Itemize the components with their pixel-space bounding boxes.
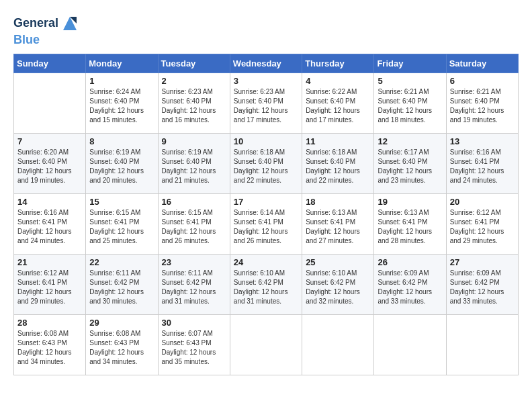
day-number: 15 [89, 197, 154, 207]
day-number: 9 [162, 136, 226, 146]
day-number: 3 [234, 76, 298, 86]
day-number: 20 [450, 197, 515, 207]
weekday-header: Wednesday [230, 54, 302, 73]
calendar-cell [302, 314, 374, 375]
day-number: 5 [378, 76, 442, 86]
calendar-cell: 15Sunrise: 6:15 AMSunset: 6:41 PMDayligh… [86, 193, 158, 254]
weekday-header: Tuesday [158, 54, 230, 73]
weekday-row: SundayMondayTuesdayWednesdayThursdayFrid… [14, 54, 519, 73]
calendar-week-row: 28Sunrise: 6:08 AMSunset: 6:43 PMDayligh… [14, 314, 519, 375]
day-number: 28 [17, 318, 82, 328]
calendar-week-row: 1Sunrise: 6:24 AMSunset: 6:40 PMDaylight… [14, 73, 519, 133]
calendar-cell: 20Sunrise: 6:12 AMSunset: 6:41 PMDayligh… [446, 193, 518, 254]
day-info: Sunrise: 6:23 AMSunset: 6:40 PMDaylight:… [162, 87, 226, 125]
day-number: 27 [450, 257, 515, 267]
day-number: 25 [306, 257, 370, 267]
calendar-cell: 26Sunrise: 6:09 AMSunset: 6:42 PMDayligh… [374, 254, 446, 314]
day-info: Sunrise: 6:17 AMSunset: 6:40 PMDaylight:… [378, 148, 442, 185]
day-number: 4 [306, 76, 370, 86]
calendar-week-row: 7Sunrise: 6:20 AMSunset: 6:40 PMDaylight… [14, 133, 519, 193]
calendar-cell: 21Sunrise: 6:12 AMSunset: 6:41 PMDayligh… [14, 254, 86, 314]
calendar-cell: 25Sunrise: 6:10 AMSunset: 6:42 PMDayligh… [302, 254, 374, 314]
day-info: Sunrise: 6:23 AMSunset: 6:40 PMDaylight:… [234, 87, 298, 125]
calendar-cell: 30Sunrise: 6:07 AMSunset: 6:43 PMDayligh… [158, 314, 230, 375]
calendar-cell: 28Sunrise: 6:08 AMSunset: 6:43 PMDayligh… [14, 314, 86, 375]
day-info: Sunrise: 6:21 AMSunset: 6:40 PMDaylight:… [378, 87, 442, 125]
day-info: Sunrise: 6:08 AMSunset: 6:43 PMDaylight:… [89, 329, 154, 367]
day-info: Sunrise: 6:12 AMSunset: 6:41 PMDaylight:… [450, 208, 515, 246]
calendar-cell: 2Sunrise: 6:23 AMSunset: 6:40 PMDaylight… [158, 73, 230, 133]
calendar-cell: 4Sunrise: 6:22 AMSunset: 6:40 PMDaylight… [302, 73, 374, 133]
day-number: 13 [450, 136, 515, 146]
calendar-cell [374, 314, 446, 375]
calendar-cell: 22Sunrise: 6:11 AMSunset: 6:42 PMDayligh… [86, 254, 158, 314]
day-number: 29 [89, 318, 154, 328]
day-number: 23 [162, 257, 226, 267]
page-header: General Blue [13, 13, 519, 47]
calendar-cell: 27Sunrise: 6:09 AMSunset: 6:42 PMDayligh… [446, 254, 518, 314]
calendar-cell: 9Sunrise: 6:19 AMSunset: 6:40 PMDaylight… [158, 133, 230, 193]
day-number: 2 [162, 76, 226, 86]
calendar-cell [14, 73, 86, 133]
calendar-week-row: 14Sunrise: 6:16 AMSunset: 6:41 PMDayligh… [14, 193, 519, 254]
logo: General Blue [13, 13, 80, 47]
day-number: 1 [89, 76, 154, 86]
day-number: 22 [89, 257, 154, 267]
day-info: Sunrise: 6:09 AMSunset: 6:42 PMDaylight:… [378, 269, 442, 306]
day-info: Sunrise: 6:09 AMSunset: 6:42 PMDaylight:… [450, 269, 515, 306]
logo-icon [60, 13, 80, 34]
day-info: Sunrise: 6:11 AMSunset: 6:42 PMDaylight:… [162, 269, 226, 306]
calendar-cell: 3Sunrise: 6:23 AMSunset: 6:40 PMDaylight… [230, 73, 302, 133]
day-number: 8 [89, 136, 154, 146]
calendar-cell: 10Sunrise: 6:18 AMSunset: 6:40 PMDayligh… [230, 133, 302, 193]
weekday-header: Saturday [446, 54, 518, 73]
day-number: 26 [378, 257, 442, 267]
calendar-cell: 24Sunrise: 6:10 AMSunset: 6:42 PMDayligh… [230, 254, 302, 314]
calendar-cell: 14Sunrise: 6:16 AMSunset: 6:41 PMDayligh… [14, 193, 86, 254]
calendar-cell: 23Sunrise: 6:11 AMSunset: 6:42 PMDayligh… [158, 254, 230, 314]
calendar-cell: 1Sunrise: 6:24 AMSunset: 6:40 PMDaylight… [86, 73, 158, 133]
calendar-cell [230, 314, 302, 375]
day-info: Sunrise: 6:08 AMSunset: 6:43 PMDaylight:… [17, 329, 82, 367]
day-info: Sunrise: 6:14 AMSunset: 6:41 PMDaylight:… [234, 208, 298, 246]
day-number: 7 [17, 136, 82, 146]
day-info: Sunrise: 6:22 AMSunset: 6:40 PMDaylight:… [306, 87, 370, 125]
calendar-cell: 18Sunrise: 6:13 AMSunset: 6:41 PMDayligh… [302, 193, 374, 254]
day-info: Sunrise: 6:13 AMSunset: 6:41 PMDaylight:… [306, 208, 370, 246]
day-info: Sunrise: 6:13 AMSunset: 6:41 PMDaylight:… [378, 208, 442, 246]
calendar-cell: 12Sunrise: 6:17 AMSunset: 6:40 PMDayligh… [374, 133, 446, 193]
day-number: 14 [17, 197, 82, 207]
calendar-cell: 8Sunrise: 6:19 AMSunset: 6:40 PMDaylight… [86, 133, 158, 193]
day-number: 19 [378, 197, 442, 207]
calendar-cell: 17Sunrise: 6:14 AMSunset: 6:41 PMDayligh… [230, 193, 302, 254]
day-number: 30 [162, 318, 226, 328]
day-number: 17 [234, 197, 298, 207]
day-info: Sunrise: 6:15 AMSunset: 6:41 PMDaylight:… [162, 208, 226, 246]
day-info: Sunrise: 6:10 AMSunset: 6:42 PMDaylight:… [234, 269, 298, 306]
day-info: Sunrise: 6:16 AMSunset: 6:41 PMDaylight:… [450, 148, 515, 185]
day-info: Sunrise: 6:12 AMSunset: 6:41 PMDaylight:… [17, 269, 82, 306]
calendar-body: 1Sunrise: 6:24 AMSunset: 6:40 PMDaylight… [14, 73, 519, 375]
weekday-header: Friday [374, 54, 446, 73]
day-info: Sunrise: 6:21 AMSunset: 6:40 PMDaylight:… [450, 87, 515, 125]
day-info: Sunrise: 6:24 AMSunset: 6:40 PMDaylight:… [89, 87, 154, 125]
weekday-header: Thursday [302, 54, 374, 73]
day-info: Sunrise: 6:20 AMSunset: 6:40 PMDaylight:… [17, 148, 82, 185]
day-info: Sunrise: 6:18 AMSunset: 6:40 PMDaylight:… [306, 148, 370, 185]
day-info: Sunrise: 6:10 AMSunset: 6:42 PMDaylight:… [306, 269, 370, 306]
day-number: 11 [306, 136, 370, 146]
calendar-cell: 19Sunrise: 6:13 AMSunset: 6:41 PMDayligh… [374, 193, 446, 254]
day-number: 16 [162, 197, 226, 207]
logo-text: General Blue [13, 13, 80, 47]
calendar-week-row: 21Sunrise: 6:12 AMSunset: 6:41 PMDayligh… [14, 254, 519, 314]
calendar-cell: 13Sunrise: 6:16 AMSunset: 6:41 PMDayligh… [446, 133, 518, 193]
day-info: Sunrise: 6:16 AMSunset: 6:41 PMDaylight:… [17, 208, 82, 246]
day-number: 24 [234, 257, 298, 267]
calendar-cell: 5Sunrise: 6:21 AMSunset: 6:40 PMDaylight… [374, 73, 446, 133]
day-info: Sunrise: 6:07 AMSunset: 6:43 PMDaylight:… [162, 329, 226, 367]
day-info: Sunrise: 6:18 AMSunset: 6:40 PMDaylight:… [234, 148, 298, 185]
day-number: 18 [306, 197, 370, 207]
day-info: Sunrise: 6:19 AMSunset: 6:40 PMDaylight:… [162, 148, 226, 185]
day-number: 6 [450, 76, 515, 86]
day-number: 21 [17, 257, 82, 267]
